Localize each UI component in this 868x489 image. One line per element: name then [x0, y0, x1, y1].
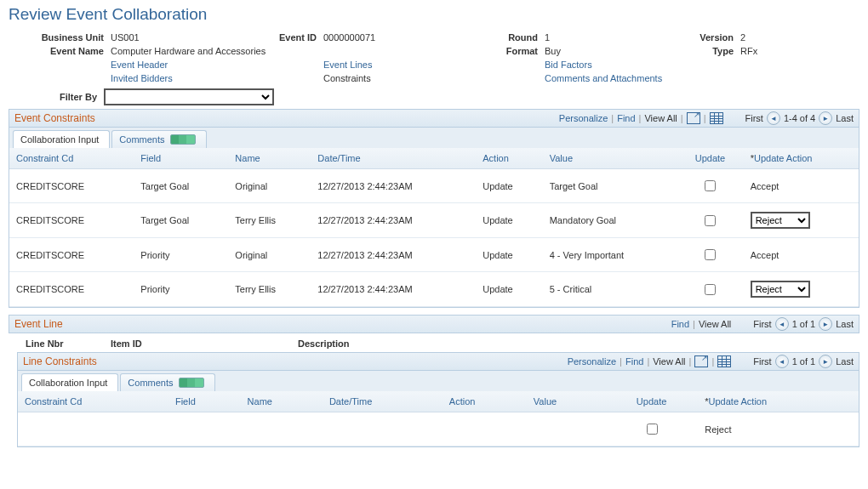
nav-range: 1 of 1 [792, 319, 816, 329]
col-field[interactable]: Field [168, 391, 241, 412]
event-line-title: Event Line [14, 318, 63, 330]
spreadsheet-icon[interactable] [710, 112, 723, 124]
col-constraint-cd[interactable]: Constraint Cd [18, 391, 168, 412]
expand-all-icon[interactable] [179, 378, 204, 388]
col-description: Description [298, 338, 468, 349]
nav-last[interactable]: Last [836, 356, 854, 367]
col-name[interactable]: Name [228, 148, 311, 169]
nav-first[interactable]: First [745, 113, 763, 123]
expand-all-icon[interactable] [170, 134, 196, 145]
col-value[interactable]: Value [527, 391, 605, 412]
tab-collaboration-input[interactable]: Collaboration Input [21, 373, 118, 391]
update-checkbox[interactable] [647, 424, 658, 435]
view-all-link[interactable]: View All [699, 319, 731, 329]
tab-collaboration-input[interactable]: Collaboration Input [13, 130, 110, 148]
link-bid-factors[interactable]: Bid Factors [545, 60, 842, 70]
tab-comments-label: Comments [128, 378, 173, 388]
col-action[interactable]: Action [443, 391, 527, 412]
link-event-header[interactable]: Event Header [111, 60, 255, 70]
nav-prev-icon[interactable]: ◄ [775, 317, 789, 331]
type-value: RFx [740, 46, 791, 56]
col-field[interactable]: Field [134, 148, 228, 169]
links-row-2: Invited Bidders Constraints Comments and… [9, 73, 859, 83]
update-checkbox[interactable] [705, 215, 716, 226]
filter-row: Filter By [60, 88, 859, 105]
table-row: CREDITSCOREPriorityOriginal12/27/2013 2:… [9, 238, 859, 272]
cell-cd: CREDITSCORE [9, 238, 134, 272]
cell-update [677, 169, 743, 203]
cell-cd: CREDITSCORE [9, 169, 134, 203]
find-link[interactable]: Find [617, 113, 635, 123]
event-constraints-title: Event Constraints [14, 112, 95, 124]
nav-last[interactable]: Last [836, 113, 854, 123]
col-value[interactable]: Value [543, 148, 677, 169]
event-constraints-tabs: Collaboration Input Comments [9, 128, 859, 148]
nav-first[interactable]: First [753, 319, 771, 329]
cell-value: Mandatory Goal [543, 203, 677, 238]
update-action-select[interactable]: Reject [751, 212, 810, 229]
nav-next-icon[interactable]: ► [819, 355, 832, 368]
view-all-link[interactable]: View All [644, 113, 677, 123]
event-name-value: Computer Hardware and Accessories [111, 46, 485, 56]
find-link[interactable]: Find [671, 319, 689, 329]
cell-dt: 12/27/2013 2:44:23AM [311, 238, 476, 272]
round-value: 1 [545, 32, 672, 43]
find-link[interactable]: Find [625, 356, 643, 367]
event-constraints-toolbar: Personalize | Find | View All | | First … [559, 111, 854, 125]
nav-next-icon[interactable]: ► [819, 111, 832, 125]
tab-comments[interactable]: Comments [111, 130, 206, 148]
col-update-action[interactable]: Update Action [698, 391, 859, 412]
nav-next-icon[interactable]: ► [819, 317, 832, 331]
event-id-value: 0000000071 [323, 32, 485, 43]
event-id-label: Event ID [255, 32, 323, 43]
meta-grid: Business Unit US001 Event ID 0000000071 … [9, 32, 859, 56]
format-label: Format [485, 46, 545, 56]
cell-cd: CREDITSCORE [9, 203, 134, 238]
update-checkbox[interactable] [705, 249, 716, 260]
cell-dt: 12/27/2013 2:44:23AM [311, 272, 476, 307]
cell-update [677, 272, 743, 307]
cell-update-action: Reject [698, 412, 859, 446]
filter-by-select[interactable] [104, 88, 274, 105]
event-name-label: Event Name [9, 46, 111, 56]
page-title: Review Event Collaboration [9, 5, 859, 24]
popout-icon[interactable] [694, 355, 708, 367]
col-update-action[interactable]: Update Action [744, 148, 859, 169]
tab-comments[interactable]: Comments [120, 373, 214, 391]
update-action-select[interactable]: Reject [751, 281, 810, 298]
cell-action: Update [476, 238, 542, 272]
col-action[interactable]: Action [476, 148, 542, 169]
col-name[interactable]: Name [241, 391, 323, 412]
nav-last[interactable]: Last [836, 319, 854, 329]
cell-name [241, 412, 323, 446]
col-update[interactable]: Update [677, 148, 743, 169]
col-constraint-cd[interactable]: Constraint Cd [9, 148, 134, 169]
cell-update-action: Reject [744, 203, 859, 238]
nav-prev-icon[interactable]: ◄ [767, 111, 780, 125]
view-all-link[interactable]: View All [653, 356, 685, 367]
event-constraints-section: Event Constraints Personalize | Find | V… [9, 109, 859, 308]
spreadsheet-icon[interactable] [717, 355, 731, 367]
popout-icon[interactable] [687, 112, 700, 124]
personalize-link[interactable]: Personalize [568, 356, 616, 367]
nav-first[interactable]: First [753, 356, 771, 367]
nav-prev-icon[interactable]: ◄ [775, 355, 789, 368]
col-datetime[interactable]: Date/Time [311, 148, 476, 169]
update-checkbox[interactable] [705, 284, 716, 295]
cell-field: Priority [134, 238, 228, 272]
link-event-lines[interactable]: Event Lines [323, 60, 485, 70]
table-row: Reject [18, 412, 859, 446]
event-constraints-grid: Constraint Cd Field Name Date/Time Actio… [9, 148, 859, 307]
link-invited-bidders[interactable]: Invited Bidders [111, 73, 255, 83]
cell-action: Update [476, 169, 542, 203]
col-datetime[interactable]: Date/Time [323, 391, 443, 412]
col-update[interactable]: Update [605, 391, 698, 412]
round-label: Round [485, 32, 545, 43]
personalize-link[interactable]: Personalize [559, 113, 608, 123]
cell-action: Update [476, 272, 542, 307]
cell-update-action: Accept [744, 238, 859, 272]
link-comments-attachments[interactable]: Comments and Attachments [545, 73, 842, 83]
nav-range: 1-4 of 4 [784, 113, 815, 123]
cell-update-action: Accept [744, 169, 859, 203]
update-checkbox[interactable] [705, 180, 716, 191]
